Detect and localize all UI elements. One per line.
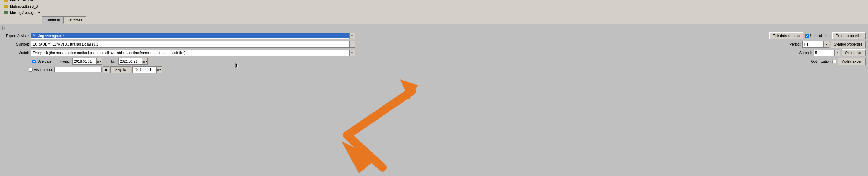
symbol-dropdown-btn[interactable]: ▼: [349, 41, 354, 47]
svg-marker-3: [341, 141, 377, 173]
skip-to-date-input[interactable]: [133, 67, 156, 72]
skip-to-date-field[interactable]: ▦▼: [132, 66, 162, 73]
modify-expert-btn[interactable]: Modify expert: [838, 58, 866, 65]
symbol-label: Symbol:: [2, 42, 29, 46]
nav-item-moving-average[interactable]: Moving Average ▼: [2, 10, 42, 15]
period-input[interactable]: [803, 42, 823, 47]
model-combo[interactable]: ▼: [31, 50, 355, 56]
spread-dropdown-arrow-icon: ▼: [836, 52, 838, 55]
close-button[interactable]: ×: [2, 26, 6, 30]
close-icon: ×: [3, 27, 5, 30]
nav-label-mahmoud: Mahmoud1990_B: [10, 4, 38, 8]
nav-label-moving-average: Moving Average: [10, 10, 35, 15]
from-date-input[interactable]: [73, 59, 96, 64]
svg-marker-1: [400, 79, 418, 100]
pause-btn[interactable]: ⏸: [103, 66, 109, 73]
model-input[interactable]: [31, 50, 349, 56]
spread-combo[interactable]: ▼: [813, 50, 840, 56]
period-combo[interactable]: ▼: [802, 41, 829, 47]
to-calendar-icon: ▦▼: [143, 60, 148, 63]
tab-common-label: Common: [45, 18, 60, 22]
period-dropdown-arrow-icon: ▼: [825, 43, 827, 46]
tab-favorites-label: Favorites: [67, 18, 82, 22]
period-dropdown-btn[interactable]: ▼: [823, 41, 829, 47]
use-tick-data-checkbox[interactable]: [805, 34, 809, 38]
nav-icon-mahmoud: [3, 5, 8, 8]
nav-item-mahmoud[interactable]: Mahmoud1990_B: [2, 4, 42, 9]
nav-item-macd[interactable]: MACD Sample: [2, 0, 42, 3]
expert-advisor-label: Expert Advisor: [2, 34, 29, 38]
use-tick-data-text: Use tick data: [810, 34, 830, 38]
svg-line-0: [347, 91, 412, 135]
period-label: Period:: [789, 42, 801, 46]
model-dropdown-arrow-icon: ▼: [351, 52, 353, 55]
tab-favorites[interactable]: Favorites: [64, 16, 86, 24]
expert-advisor-dropdown-btn[interactable]: ▼: [349, 33, 354, 39]
pause-icon: ⏸: [104, 68, 107, 71]
visual-mode-checkbox[interactable]: [29, 68, 33, 72]
expert-advisor-combo[interactable]: ▼: [31, 33, 355, 39]
nav-icon-moving-average: [3, 11, 8, 14]
spread-dropdown-btn[interactable]: ▼: [834, 50, 840, 56]
to-date-input[interactable]: [119, 59, 142, 64]
model-label: Model:: [2, 51, 29, 55]
from-date-field[interactable]: ▦▼: [72, 58, 102, 65]
use-date-text: Use date: [37, 59, 52, 64]
to-date-btn[interactable]: ▦▼: [142, 59, 147, 64]
nav-scroll-down[interactable]: ▼: [38, 11, 41, 14]
skip-to-btn[interactable]: Skip to: [110, 66, 131, 73]
symbol-dropdown-arrow-icon: ▼: [351, 43, 353, 46]
visual-mode-label: Visual mode: [29, 68, 53, 72]
progress-bar: [55, 67, 101, 72]
from-date-btn[interactable]: ▦▼: [96, 59, 101, 64]
symbol-properties-btn[interactable]: Symbol properties: [831, 41, 866, 48]
use-date-checkbox[interactable]: [32, 60, 36, 64]
visual-mode-text: Visual mode: [34, 68, 53, 72]
tab-scroll[interactable]: |: [87, 19, 87, 22]
tick-data-settings-btn[interactable]: Tick data settings: [769, 32, 803, 39]
to-label: To:: [110, 59, 115, 64]
skip-to-date-btn[interactable]: ▦▼: [156, 67, 161, 73]
nav-icon-macd: [3, 0, 8, 2]
model-dropdown-btn[interactable]: ▼: [349, 50, 354, 56]
optimization-checkbox[interactable]: [832, 60, 836, 64]
dropdown-arrow-icon: ▼: [351, 35, 353, 37]
expert-advisor-input[interactable]: [31, 33, 349, 38]
nav-label-macd: MACD Sample: [10, 0, 33, 2]
optimization-label: Optimization: [811, 59, 831, 64]
use-date-label: Use date: [32, 59, 52, 64]
use-tick-data-label: Use tick data: [805, 34, 830, 38]
spread-input[interactable]: [814, 50, 834, 56]
to-date-field[interactable]: ▦▼: [118, 58, 148, 65]
from-calendar-icon: ▦▼: [96, 60, 102, 63]
spread-label: Spread:: [800, 51, 812, 55]
symbol-input[interactable]: [31, 42, 349, 47]
open-chart-btn[interactable]: Open chart: [842, 49, 866, 57]
expert-properties-btn[interactable]: Expert properties: [832, 32, 866, 39]
from-label: From:: [60, 59, 69, 64]
tab-common[interactable]: Common: [42, 16, 64, 24]
symbol-combo[interactable]: ▼: [31, 41, 355, 47]
skip-calendar-icon: ▦▼: [156, 68, 161, 71]
svg-line-2: [347, 135, 382, 168]
